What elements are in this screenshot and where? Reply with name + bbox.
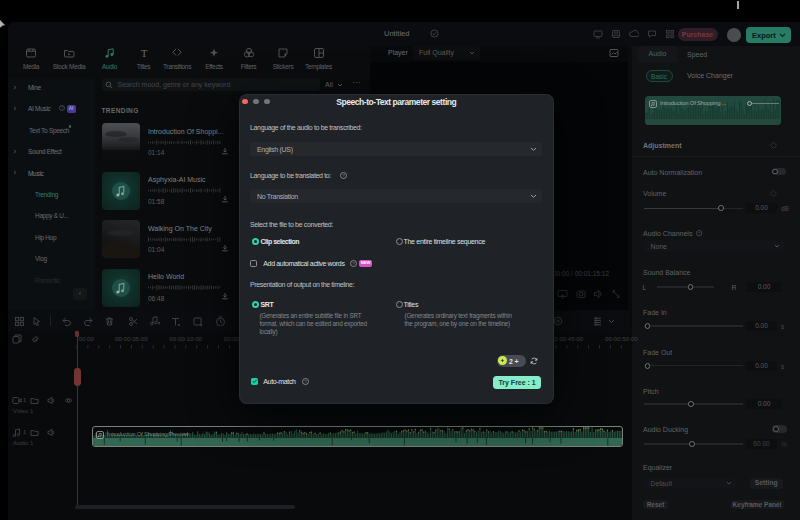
svg-text:?: ? xyxy=(304,379,307,384)
svg-text:?: ? xyxy=(352,261,355,266)
svg-text:?: ? xyxy=(342,173,345,178)
